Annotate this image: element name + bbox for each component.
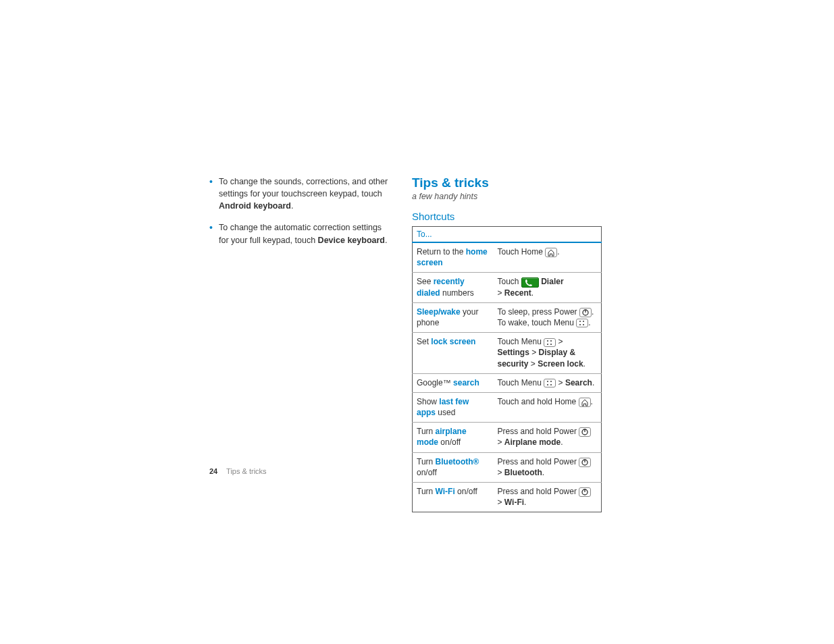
cell-bold: Dialer: [541, 277, 563, 286]
cell-text: .: [561, 437, 563, 447]
table-row: See recently dialed numbers Touch Dialer…: [413, 273, 602, 302]
table-row: Return to the home screen Touch Home .: [413, 242, 602, 273]
shortcuts-table: To... Return to the home screen Touch Ho…: [412, 226, 602, 512]
cell-text: numbers: [440, 288, 474, 298]
cell-text: .: [583, 359, 585, 369]
table-row: Set lock screen Touch Menu > Settings > …: [413, 333, 602, 374]
bullet-bold: Device keyboard: [318, 236, 385, 245]
cell-text: Press and hold Power: [498, 457, 579, 466]
bullet-text: .: [291, 201, 293, 211]
page-footer: 24 Tips & tricks: [209, 467, 267, 475]
power-icon: [579, 487, 591, 497]
table-header: To...: [413, 227, 602, 243]
cell-text: .: [557, 247, 559, 257]
home-icon: [545, 248, 557, 257]
bullet-bold: Android keyboard: [219, 201, 291, 211]
menu-icon: [576, 319, 588, 327]
subsection-title: Shortcuts: [412, 211, 615, 222]
right-column: Tips & tricks a few handy hints Shortcut…: [412, 176, 615, 512]
cell-text: Touch Home: [498, 247, 546, 257]
cell-text: See: [417, 277, 434, 286]
bullet-text: To change the sounds, corrections, and o…: [219, 177, 388, 198]
bullet-item: To change the sounds, corrections, and o…: [209, 176, 393, 212]
cell-text: .: [592, 378, 594, 387]
cell-bold: Settings: [498, 348, 529, 357]
cell-bold: Wi-Fi: [504, 498, 524, 507]
table-row: Turn Bluetooth® on/off Press and hold Po…: [413, 452, 602, 482]
cell-text: Touch Menu: [498, 337, 544, 346]
cell-bold: Bluetooth: [504, 468, 542, 477]
power-icon: [579, 427, 591, 437]
cell-text: on/off: [417, 468, 437, 477]
cell-text: Google™: [417, 378, 453, 387]
cell-text: >: [498, 437, 504, 447]
cell-text: .: [591, 397, 593, 406]
cell-bold: Search: [565, 378, 592, 387]
section-title: Tips & tricks: [412, 176, 615, 190]
cell-text: >: [556, 378, 565, 387]
cell-text: used: [436, 408, 455, 417]
bullet-item: To change the automatic correction setti…: [209, 221, 393, 246]
cell-text: Touch: [498, 277, 521, 286]
cell-text: Touch Menu: [498, 378, 544, 387]
menu-icon: [544, 338, 556, 347]
left-column: To change the sounds, corrections, and o…: [209, 176, 412, 512]
menu-icon: [544, 379, 556, 387]
cell-text: >: [498, 498, 504, 507]
cell-text: >: [498, 288, 504, 298]
cell-text: Turn: [417, 457, 436, 466]
term-link: lock screen: [431, 337, 475, 346]
cell-text: Touch and hold Home: [498, 397, 579, 406]
term-link: Wi-Fi: [436, 487, 455, 496]
cell-text: To sleep, press Power: [498, 307, 579, 317]
cell-text: .: [524, 498, 526, 507]
bullet-text: .: [385, 236, 387, 245]
home-icon: [579, 398, 591, 407]
table-row: Turn Wi-Fi on/off Press and hold Power >…: [413, 483, 602, 512]
footer-section: Tips & tricks: [226, 467, 267, 475]
cell-text: Show: [417, 397, 439, 406]
cell-text: on/off: [455, 487, 477, 496]
table-row: Google™ search Touch Menu > Search.: [413, 373, 602, 392]
cell-text: .: [542, 468, 544, 477]
cell-text: Press and hold Power: [498, 427, 579, 436]
table-row: Show last few apps used Touch and hold H…: [413, 392, 602, 422]
phone-icon: [521, 277, 539, 288]
cell-bold: Screen lock: [538, 359, 583, 369]
power-icon: [579, 308, 592, 317]
cell-text: Return to the: [417, 247, 466, 257]
page-number: 24: [209, 467, 217, 475]
cell-text: Turn: [417, 427, 436, 436]
table-row: Sleep/wake your phone To sleep, press Po…: [413, 302, 602, 332]
cell-bold: Airplane mode: [504, 437, 561, 447]
power-icon: [579, 458, 591, 467]
cell-text: >: [529, 359, 538, 369]
cell-text: >: [498, 468, 504, 477]
cell-text: on/off: [438, 437, 461, 447]
table-row: Turn airplane mode on/off Press and hold…: [413, 423, 602, 452]
cell-text: .: [531, 288, 533, 298]
cell-bold: Recent: [504, 288, 531, 298]
term-link: Sleep/wake: [417, 307, 461, 317]
cell-text: Set: [417, 337, 431, 346]
cell-text: Turn: [417, 487, 436, 496]
cell-text: Press and hold Power: [498, 487, 579, 496]
term-link: Bluetooth®: [436, 457, 479, 466]
cell-text: .: [588, 318, 590, 327]
section-subtitle: a few handy hints: [412, 192, 615, 201]
cell-text: >: [556, 337, 563, 346]
cell-text: >: [529, 348, 539, 357]
term-link: search: [453, 378, 479, 387]
